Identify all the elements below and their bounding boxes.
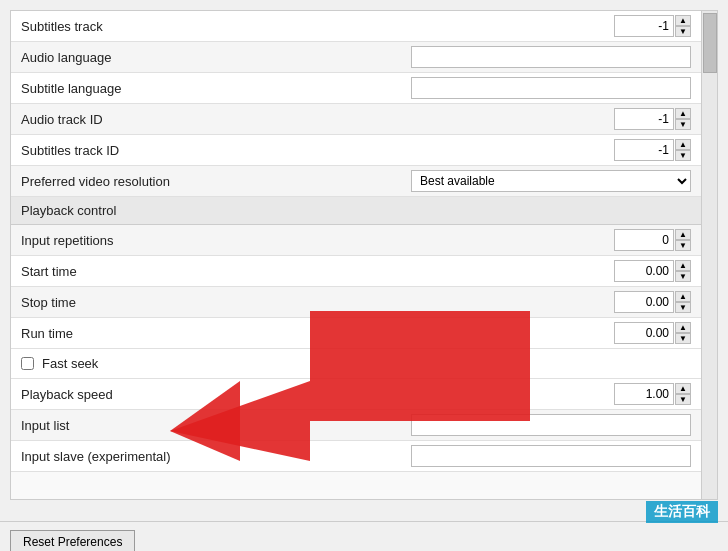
main-container: Subtitles track ▲ ▼ Audio language Subti…: [0, 10, 728, 551]
input-repetitions-input[interactable]: [614, 229, 674, 251]
stop-time-input[interactable]: [614, 291, 674, 313]
preferred-video-resolution-row: Preferred video resolution Best availabl…: [11, 166, 701, 197]
subtitles-track-spinner: ▲ ▼: [614, 15, 691, 37]
start-time-down[interactable]: ▼: [675, 271, 691, 282]
audio-language-row: Audio language: [11, 42, 701, 73]
run-time-down[interactable]: ▼: [675, 333, 691, 344]
subtitles-track-spinner-btns: ▲ ▼: [675, 15, 691, 37]
subtitles-track-input[interactable]: [614, 15, 674, 37]
audio-track-id-spinner: ▲ ▼: [614, 108, 691, 130]
audio-track-id-down[interactable]: ▼: [675, 119, 691, 130]
scrollbar[interactable]: [701, 11, 717, 499]
subtitles-track-id-row: Subtitles track ID ▲ ▼: [11, 135, 701, 166]
scrollbar-thumb[interactable]: [703, 13, 717, 73]
subtitles-track-id-label: Subtitles track ID: [21, 143, 614, 158]
start-time-input[interactable]: [614, 260, 674, 282]
playback-speed-up[interactable]: ▲: [675, 383, 691, 394]
playback-speed-spinner: ▲ ▼: [614, 383, 691, 405]
stop-time-spinner: ▲ ▼: [614, 291, 691, 313]
content-area: Subtitles track ▲ ▼ Audio language Subti…: [10, 10, 718, 500]
subtitles-track-id-btns: ▲ ▼: [675, 139, 691, 161]
audio-language-input[interactable]: [411, 46, 691, 68]
subtitles-track-id-up[interactable]: ▲: [675, 139, 691, 150]
input-slave-input[interactable]: [411, 445, 691, 467]
preferred-video-resolution-select[interactable]: Best available: [411, 170, 691, 192]
footer-bar: Reset Preferences: [0, 521, 728, 551]
subtitle-language-row: Subtitle language: [11, 73, 701, 104]
playback-speed-down[interactable]: ▼: [675, 394, 691, 405]
start-time-label: Start time: [21, 264, 614, 279]
audio-track-id-label: Audio track ID: [21, 112, 614, 127]
start-time-row: Start time ▲ ▼: [11, 256, 701, 287]
fast-seek-row: Fast seek: [11, 349, 701, 379]
stop-time-label: Stop time: [21, 295, 614, 310]
preferred-video-resolution-label: Preferred video resolution: [21, 174, 411, 189]
audio-language-label: Audio language: [21, 50, 411, 65]
audio-track-id-up[interactable]: ▲: [675, 108, 691, 119]
stop-time-up[interactable]: ▲: [675, 291, 691, 302]
input-list-label: Input list: [21, 418, 411, 433]
input-repetitions-label: Input repetitions: [21, 233, 614, 248]
reset-preferences-button[interactable]: Reset Preferences: [10, 530, 135, 552]
input-slave-row: Input slave (experimental): [11, 441, 701, 472]
playback-speed-btns: ▲ ▼: [675, 383, 691, 405]
subtitles-track-label: Subtitles track: [21, 19, 614, 34]
input-list-input[interactable]: [411, 414, 691, 436]
start-time-btns: ▲ ▼: [675, 260, 691, 282]
subtitles-track-id-spinner: ▲ ▼: [614, 139, 691, 161]
run-time-btns: ▲ ▼: [675, 322, 691, 344]
stop-time-btns: ▲ ▼: [675, 291, 691, 313]
start-time-up[interactable]: ▲: [675, 260, 691, 271]
subtitles-track-down[interactable]: ▼: [675, 26, 691, 37]
start-time-spinner: ▲ ▼: [614, 260, 691, 282]
stop-time-row: Stop time ▲ ▼: [11, 287, 701, 318]
audio-track-id-row: Audio track ID ▲ ▼: [11, 104, 701, 135]
playback-control-label: Playback control: [21, 203, 116, 218]
fast-seek-checkbox[interactable]: [21, 357, 34, 370]
input-list-row: Input list: [11, 410, 701, 441]
stop-time-down[interactable]: ▼: [675, 302, 691, 313]
input-repetitions-spinner: ▲ ▼: [614, 229, 691, 251]
subtitles-track-row: Subtitles track ▲ ▼: [11, 11, 701, 42]
playback-speed-label: Playback speed: [21, 387, 614, 402]
input-slave-label: Input slave (experimental): [21, 449, 411, 464]
fast-seek-label: Fast seek: [42, 356, 691, 371]
subtitles-track-up[interactable]: ▲: [675, 15, 691, 26]
input-repetitions-up[interactable]: ▲: [675, 229, 691, 240]
audio-track-id-btns: ▲ ▼: [675, 108, 691, 130]
subtitle-language-input[interactable]: [411, 77, 691, 99]
input-repetitions-down[interactable]: ▼: [675, 240, 691, 251]
playback-speed-row: Playback speed ▲ ▼: [11, 379, 701, 410]
input-repetitions-row: Input repetitions ▲ ▼: [11, 225, 701, 256]
playback-speed-input[interactable]: [614, 383, 674, 405]
subtitle-language-label: Subtitle language: [21, 81, 411, 96]
rows-container: Subtitles track ▲ ▼ Audio language Subti…: [11, 11, 701, 472]
input-repetitions-btns: ▲ ▼: [675, 229, 691, 251]
playback-control-section: Playback control: [11, 197, 701, 225]
run-time-label: Run time: [21, 326, 614, 341]
audio-track-id-input[interactable]: [614, 108, 674, 130]
run-time-row: Run time ▲ ▼: [11, 318, 701, 349]
watermark: 生活百科: [646, 501, 718, 523]
run-time-input[interactable]: [614, 322, 674, 344]
run-time-spinner: ▲ ▼: [614, 322, 691, 344]
preferred-video-resolution-dropdown-container: Best available: [411, 170, 691, 192]
run-time-up[interactable]: ▲: [675, 322, 691, 333]
subtitles-track-id-down[interactable]: ▼: [675, 150, 691, 161]
subtitles-track-id-input[interactable]: [614, 139, 674, 161]
